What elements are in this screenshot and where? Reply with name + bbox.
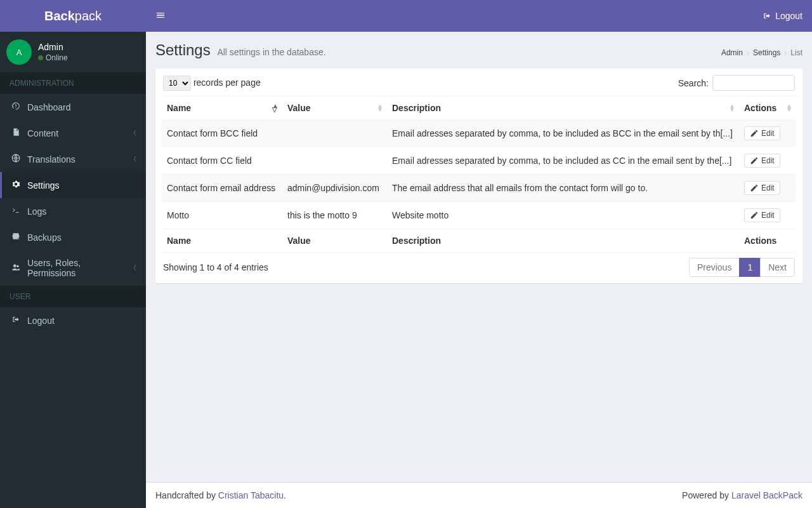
- col-actions[interactable]: Actions▲▼: [739, 97, 796, 120]
- edit-button[interactable]: Edit: [744, 181, 780, 195]
- col-label: Name: [167, 103, 191, 113]
- cell-actions: Edit: [739, 202, 796, 229]
- chevron-left-icon: 〈: [130, 129, 136, 138]
- status-dot-icon: [38, 55, 43, 60]
- cell-description: Email adresses separated by comma, to be…: [387, 120, 739, 147]
- file-icon: [10, 128, 22, 138]
- page-1[interactable]: 1: [739, 258, 761, 277]
- cell-name: Contact form email address: [162, 175, 282, 202]
- edit-label: Edit: [761, 129, 775, 138]
- top-nav: Logout: [146, 0, 812, 32]
- sort-icon: ▲▼: [729, 104, 735, 112]
- data-box: 10 records per page Search: Name▲▽ Value…: [155, 69, 802, 283]
- cell-name: Motto: [162, 202, 282, 229]
- user-name: Admin: [38, 43, 68, 51]
- sidebar-item-backups[interactable]: Backups: [0, 224, 146, 250]
- breadcrumb-settings[interactable]: Settings: [753, 48, 780, 57]
- col-description[interactable]: Description▲▼: [387, 97, 739, 120]
- cell-description: Email adresses separated by comma, to be…: [387, 147, 739, 175]
- logout-button[interactable]: Logout: [763, 11, 802, 21]
- sidebar-item-logs[interactable]: Logs: [0, 198, 146, 224]
- breadcrumb: Admin › Settings › List: [721, 48, 802, 57]
- sidebar-item-label: Settings: [27, 180, 136, 190]
- sidebar-item-label: Users, Roles, Permissions: [27, 258, 130, 278]
- table-row: Contact form CC fieldEmail adresses sepa…: [162, 147, 796, 175]
- search-input[interactable]: [712, 75, 795, 91]
- edit-button[interactable]: Edit: [744, 154, 780, 168]
- table-info: Showing 1 to 4 of 4 entries: [163, 262, 268, 272]
- edit-button[interactable]: Edit: [744, 208, 780, 222]
- signout-icon: [763, 11, 771, 20]
- user-panel: A Admin Online: [0, 32, 146, 72]
- pencil-icon: [750, 211, 759, 220]
- footer-author-link[interactable]: Cristian Tabacitu: [218, 490, 284, 500]
- gear-icon: [10, 180, 22, 190]
- pencil-icon: [750, 184, 759, 192]
- chevron-left-icon: 〈: [130, 155, 136, 164]
- footer: Handcrafted by Cristian Tabacitu. Powere…: [146, 482, 812, 508]
- content-header: Settings All settings in the database. A…: [146, 32, 812, 59]
- edit-label: Edit: [761, 184, 775, 192]
- foot-value: Value: [282, 229, 387, 253]
- cell-description: Website motto: [387, 202, 739, 229]
- col-label: Description: [392, 103, 441, 113]
- cell-description: The email address that all emails from t…: [387, 175, 739, 202]
- chevron-right-icon: ›: [784, 48, 787, 57]
- col-name[interactable]: Name▲▽: [162, 97, 282, 120]
- sidebar-item-logout[interactable]: Logout: [0, 307, 146, 333]
- brand-bold: Back: [44, 9, 75, 23]
- per-page-control: 10 records per page: [163, 76, 261, 91]
- sidebar-item-label: Backups: [27, 232, 136, 243]
- edit-button[interactable]: Edit: [744, 126, 780, 140]
- cell-value: [282, 147, 387, 175]
- page-title: Settings All settings in the database.: [155, 41, 326, 59]
- sidebar-item-settings[interactable]: Settings: [0, 172, 146, 198]
- page-prev[interactable]: Previous: [689, 258, 740, 277]
- dashboard-icon: [10, 102, 22, 112]
- nav-header-admin: ADMINISTRATION: [0, 72, 146, 94]
- hdd-icon: [10, 232, 22, 243]
- breadcrumb-admin[interactable]: Admin: [721, 48, 743, 57]
- cell-name: Contact form CC field: [162, 147, 282, 175]
- col-value[interactable]: Value▲▼: [282, 97, 387, 120]
- sidebar: Backpack A Admin Online ADMINISTRATION D…: [0, 0, 146, 508]
- sidebar-item-label: Translations: [27, 154, 130, 164]
- pagination: Previous 1 Next: [690, 258, 795, 277]
- user-status-text: Online: [46, 54, 68, 62]
- pencil-icon: [750, 129, 759, 138]
- sidebar-item-content[interactable]: Content 〈: [0, 120, 146, 146]
- footer-right-prefix: Powered by: [682, 490, 731, 500]
- cell-value: admin@updivision.com: [282, 175, 387, 202]
- logout-label: Logout: [775, 11, 802, 21]
- avatar: A: [6, 39, 32, 65]
- brand-logo[interactable]: Backpack: [0, 0, 146, 32]
- svg-point-2: [16, 265, 19, 267]
- page-subtitle: All settings in the database.: [217, 47, 325, 57]
- cell-value: this is the motto 9: [282, 202, 387, 229]
- per-page-select[interactable]: 10: [163, 76, 191, 91]
- hamburger-icon[interactable]: [155, 10, 166, 22]
- footer-left-suffix: .: [284, 490, 286, 500]
- main: Logout Settings All settings in the data…: [146, 0, 812, 508]
- cell-actions: Edit: [739, 175, 796, 202]
- footer-backpack-link[interactable]: Laravel BackPack: [731, 490, 802, 500]
- search-label: Search:: [678, 78, 709, 88]
- user-status: Online: [38, 54, 68, 62]
- cell-actions: Edit: [739, 120, 796, 147]
- globe-icon: [10, 154, 22, 164]
- svg-point-1: [13, 264, 16, 267]
- table-row: Contact form BCC fieldEmail adresses sep…: [162, 120, 796, 147]
- col-label: Value: [287, 103, 311, 113]
- terminal-icon: [10, 206, 22, 217]
- sidebar-item-dashboard[interactable]: Dashboard: [0, 94, 146, 120]
- sidebar-item-users[interactable]: Users, Roles, Permissions 〈: [0, 250, 146, 286]
- cell-value: [282, 120, 387, 147]
- page-next[interactable]: Next: [760, 258, 795, 277]
- sidebar-item-translations[interactable]: Translations 〈: [0, 146, 146, 172]
- table-row: Contact form email addressadmin@updivisi…: [162, 175, 796, 202]
- users-icon: [10, 263, 22, 274]
- sidebar-item-label: Logs: [27, 206, 136, 217]
- edit-label: Edit: [761, 156, 775, 165]
- sidebar-item-label: Content: [27, 128, 130, 138]
- chevron-right-icon: ›: [747, 48, 749, 57]
